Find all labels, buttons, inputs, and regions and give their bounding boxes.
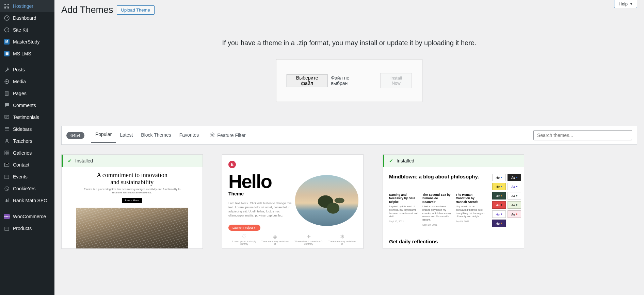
preview-date: Sept 10, 2021 xyxy=(389,220,404,223)
theme-card[interactable]: E Hello Theme I am text block. Click edi… xyxy=(222,154,364,249)
masterstudy-icon: M xyxy=(3,38,10,45)
svg-rect-17 xyxy=(5,227,9,230)
dashboard-icon xyxy=(3,15,10,21)
tab-block-themes[interactable]: Block Themes xyxy=(137,132,175,142)
sidebar-item-label: Comments xyxy=(13,103,36,108)
preview-heading: Get daily reflections xyxy=(389,239,518,244)
preview-col-text: I feel a cold northern breeze play upon … xyxy=(422,205,452,222)
sidebar-item-label: Site Kit xyxy=(13,27,28,33)
style-swatches: Aa Aa Aa Aa Aa Aa Aa Aa Aa Aa Aa xyxy=(492,174,521,227)
svg-point-3 xyxy=(6,81,7,82)
preview-heading: and sustainability xyxy=(68,179,196,186)
preview-image xyxy=(295,175,358,226)
sidebar-item-contact[interactable]: Contact xyxy=(0,159,54,171)
sidebar-item-label: Dashboard xyxy=(13,15,36,21)
sidebar-item-label: Hostinger xyxy=(13,3,33,9)
preview-col-title: The Human Condition by Hannah Arendt xyxy=(456,193,485,204)
pin-icon xyxy=(3,66,10,73)
comment-icon xyxy=(3,102,10,109)
sidebar-item-hostinger[interactable]: Hostinger xyxy=(0,0,54,12)
snowflake-icon: ❄ xyxy=(340,234,344,240)
sidebar-item-sidebars[interactable]: Sidebars xyxy=(0,123,54,135)
svg-rect-9 xyxy=(7,151,9,153)
woocommerce-icon: woo xyxy=(3,213,10,220)
install-now-button[interactable]: Install Now xyxy=(380,73,412,88)
admin-sidebar: Hostinger Dashboard Site Kit M MasterStu… xyxy=(0,0,54,295)
help-tab[interactable]: Help ▼ xyxy=(614,0,637,8)
svg-point-15 xyxy=(6,188,6,189)
sidebar-item-mslms[interactable]: ▦ MS LMS xyxy=(0,48,54,59)
sidebar-item-label: Galleries xyxy=(13,150,32,156)
preview-date: Sept 10, 2021 xyxy=(422,224,437,226)
theme-preview: A commitment to innovation and sustainab… xyxy=(62,167,203,249)
tab-latest[interactable]: Latest xyxy=(116,132,137,142)
sidebar-item-label: Sidebars xyxy=(13,126,32,132)
sidebar-item-galleries[interactable]: Galleries xyxy=(0,147,54,159)
svg-point-18 xyxy=(212,134,213,135)
theme-card[interactable]: ✔ Installed Mindblown: a blog about phil… xyxy=(383,154,524,249)
sidebar-item-comments[interactable]: Comments xyxy=(0,99,54,111)
svg-rect-10 xyxy=(5,153,6,155)
svg-rect-8 xyxy=(5,151,6,153)
sidebar-item-label: Media xyxy=(13,79,26,84)
search-themes-input[interactable] xyxy=(533,130,632,140)
chart-icon xyxy=(3,197,10,204)
feature-filter-label: Feature Filter xyxy=(217,133,245,138)
svg-point-14 xyxy=(5,187,9,191)
sidebar-item-label: Rank Math SEO xyxy=(13,198,47,203)
galleries-icon xyxy=(3,150,10,156)
tab-popular[interactable]: Popular xyxy=(91,132,116,143)
sidebar-item-products[interactable]: Products xyxy=(0,222,54,234)
svg-rect-5 xyxy=(6,91,9,96)
sidebars-icon xyxy=(3,126,10,133)
sidebar-item-label: Pages xyxy=(13,91,27,96)
sidebar-item-cookieyes[interactable]: CookieYes xyxy=(0,183,54,194)
sidebar-item-posts[interactable]: Posts xyxy=(0,64,54,75)
svg-rect-11 xyxy=(7,153,9,155)
preview-icons: ♡Lorem ipsum is simply dummy ◈There are … xyxy=(228,233,357,245)
plane-icon: ✈ xyxy=(306,234,311,240)
sidebar-item-events[interactable]: Events xyxy=(0,171,54,183)
mslms-icon: ▦ xyxy=(3,50,10,57)
bulb-icon: ♡ xyxy=(242,234,246,240)
sidebar-item-media[interactable]: Media xyxy=(0,75,54,87)
feature-filter[interactable]: Feature Filter xyxy=(210,132,245,139)
installed-bar: ✔ Installed xyxy=(383,155,524,167)
choose-file-button[interactable]: Выберите файл xyxy=(287,74,327,87)
sidebar-item-rankmath[interactable]: Rank Math SEO xyxy=(0,194,54,206)
sidebar-item-label: Testimonials xyxy=(13,115,39,120)
hostinger-icon xyxy=(3,3,10,10)
svg-point-16 xyxy=(7,189,8,190)
sidebar-item-dashboard[interactable]: Dashboard xyxy=(0,12,54,24)
installed-label: Installed xyxy=(397,158,414,163)
sidebar-item-woocommerce[interactable]: woo WooCommerce xyxy=(0,210,54,222)
media-icon xyxy=(3,78,10,85)
svg-point-7 xyxy=(6,139,7,140)
chevron-down-icon: ▼ xyxy=(630,2,633,6)
preview-text: I am text block. Click edit button to ch… xyxy=(228,201,296,218)
tab-favorites[interactable]: Favorites xyxy=(175,132,203,142)
sidebar-item-masterstudy[interactable]: M MasterStudy xyxy=(0,36,54,48)
sidebar-item-label: MasterStudy xyxy=(13,39,40,45)
sidebar-item-label: WooCommerce xyxy=(13,214,46,219)
upload-panel: Выберите файл Файл не выбран Install Now xyxy=(276,59,422,102)
preview-image xyxy=(76,208,188,248)
preview-col-title: Naming and Necessity by Saul Kripke xyxy=(389,193,418,204)
check-icon: ✔ xyxy=(68,158,72,163)
sidebar-item-sitekit[interactable]: Site Kit xyxy=(0,24,54,36)
theme-card[interactable]: ✔ Installed A commitment to innovation a… xyxy=(61,154,203,249)
diamond-icon: ◈ xyxy=(273,234,277,240)
installed-bar: ✔ Installed xyxy=(62,155,203,167)
products-icon xyxy=(3,225,10,232)
sidebar-item-pages[interactable]: Pages xyxy=(0,87,54,99)
svg-rect-13 xyxy=(5,175,9,179)
preview-col-text: I try in vain to be persuaded that the p… xyxy=(456,205,485,218)
sidebar-item-testimonials[interactable]: Testimonials xyxy=(0,111,54,123)
help-label: Help xyxy=(618,1,628,6)
preview-date: Sept 9, 2021 xyxy=(456,220,469,223)
file-status: Файл не выбран xyxy=(331,75,367,86)
sidebar-item-teachers[interactable]: Teachers xyxy=(0,135,54,147)
upload-theme-button[interactable]: Upload Theme xyxy=(117,5,155,15)
testimonials-icon xyxy=(3,114,10,121)
main-content: Help ▼ Add Themes Upload Theme If you ha… xyxy=(54,0,644,295)
